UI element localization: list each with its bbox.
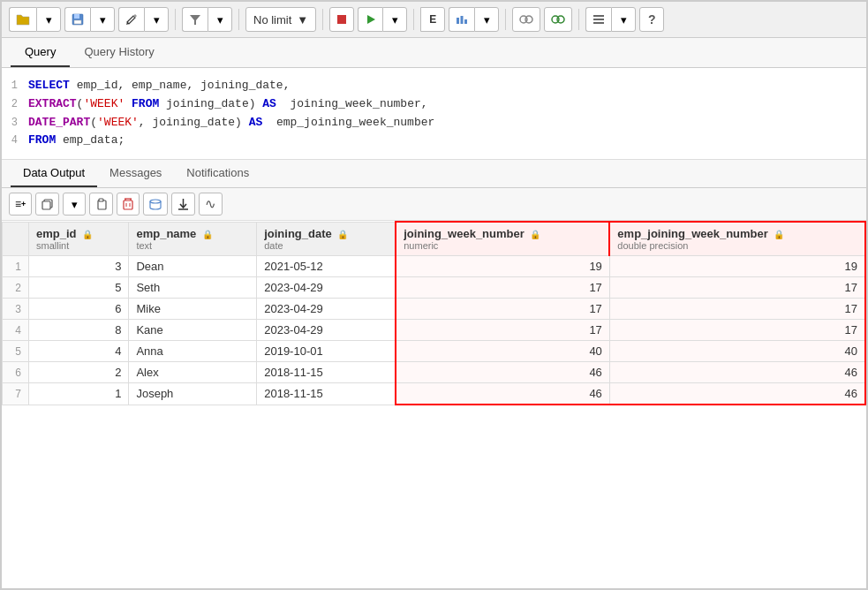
save-data-btn[interactable] — [143, 193, 168, 216]
menu-dropdown-btn[interactable]: ▾ — [611, 7, 636, 32]
cell-emp-joining-week-number: 17 — [609, 277, 865, 299]
cell-emp-joining-week-number: 17 — [609, 320, 865, 341]
edit-dropdown-btn[interactable]: ▾ — [144, 7, 169, 32]
sql-editor[interactable]: 1 SELECT emp_id, emp_name, joining_date,… — [2, 68, 866, 160]
cell-emp-name: Kane — [129, 320, 257, 341]
svg-rect-8 — [464, 19, 467, 24]
svg-point-26 — [150, 200, 161, 203]
cell-emp-joining-week-number: 40 — [609, 341, 865, 362]
delete-btn[interactable] — [117, 193, 140, 216]
cell-emp-id: 5 — [29, 277, 129, 299]
sql-line-3: 3 DATE_PART('WEEK', joining_date) AS emp… — [2, 114, 866, 132]
col-header-emp-id[interactable]: emp_id 🔒 smallint — [29, 222, 129, 256]
sql-line-2: 2 EXTRACT('WEEK' FROM joining_date) AS j… — [2, 95, 866, 114]
download-btn[interactable] — [171, 193, 195, 216]
copy-dropdown-btn[interactable]: ▾ — [63, 193, 86, 216]
table-row: 6 2 Alex 2018-11-15 46 46 — [3, 362, 866, 383]
row-num-cell: 4 — [3, 320, 29, 341]
chart-btn[interactable] — [449, 7, 474, 32]
cell-joining-date: 2018-11-15 — [257, 362, 396, 383]
explain-btn-group: E — [420, 7, 445, 32]
stop-btn[interactable] — [329, 7, 354, 32]
table-row: 7 1 Joseph 2018-11-15 46 46 — [3, 383, 866, 405]
cell-joining-week-number: 19 — [396, 256, 609, 277]
help-btn[interactable]: ? — [639, 7, 664, 32]
row-num-cell: 1 — [3, 256, 29, 277]
cell-joining-week-number: 46 — [396, 362, 609, 383]
cell-joining-week-number: 40 — [396, 341, 609, 362]
tab-query[interactable]: Query — [11, 38, 70, 67]
output-tab-bar: Data Output Messages Notifications — [2, 160, 866, 188]
svg-marker-3 — [190, 15, 200, 25]
save-btn[interactable] — [64, 7, 90, 32]
main-toolbar: ▾ ▾ ▾ ▾ No limit ▼ — [2, 2, 866, 38]
add-row-btn[interactable]: ≡+ — [9, 193, 32, 216]
line-num-3: 3 — [2, 115, 28, 132]
cell-joining-date: 2023-04-29 — [257, 277, 396, 299]
cell-emp-name: Alex — [129, 362, 257, 383]
line-num-1: 1 — [2, 78, 28, 95]
cell-emp-name: Seth — [129, 277, 257, 299]
col-header-emp-joining-week-number[interactable]: emp_joining_week_number 🔒 double precisi… — [609, 222, 865, 256]
kw-from: FROM — [28, 133, 56, 147]
data-table-wrapper: emp_id 🔒 smallint emp_name 🔒 text joinin… — [2, 221, 866, 588]
edit-btn[interactable] — [118, 7, 144, 32]
col-header-joining-date[interactable]: joining_date 🔒 date — [257, 222, 396, 256]
sql-content-3: DATE_PART('WEEK', joining_date) AS emp_j… — [28, 114, 866, 132]
col-header-emp-name[interactable]: emp_name 🔒 text — [129, 222, 257, 256]
menu-btn[interactable] — [585, 7, 611, 32]
chart-btn-group: ▾ — [449, 7, 499, 32]
cell-emp-id: 8 — [29, 320, 129, 341]
line-num-4: 4 — [2, 132, 28, 149]
filter-results-btn[interactable]: ∿ — [199, 193, 223, 216]
save-dropdown-btn[interactable]: ▾ — [90, 7, 115, 32]
filter-dropdown-btn[interactable]: ▾ — [208, 7, 232, 32]
cell-emp-name: Mike — [129, 299, 257, 320]
limit-dropdown[interactable]: No limit ▼ — [245, 7, 316, 32]
macros-btn[interactable] — [544, 7, 572, 32]
col-type-ejwn: double precision — [617, 240, 857, 251]
edit-btn-group: ▾ — [118, 7, 169, 32]
svg-marker-5 — [367, 15, 375, 24]
svg-rect-20 — [124, 200, 132, 209]
app-container: ▾ ▾ ▾ ▾ No limit ▼ — [0, 0, 868, 590]
run-dropdown-btn[interactable]: ▾ — [382, 7, 407, 32]
col-type-joining-date: date — [264, 240, 388, 251]
svg-point-12 — [557, 16, 564, 23]
filter-btn[interactable] — [182, 7, 208, 32]
sql-col-list: emp_id, emp_name, joining_date, — [77, 79, 291, 92]
tab-query-history[interactable]: Query History — [70, 38, 168, 67]
kw-extract: EXTRACT — [28, 97, 77, 110]
table-header-row: emp_id 🔒 smallint emp_name 🔒 text joinin… — [3, 222, 866, 256]
lock-icon-emp-name: 🔒 — [202, 230, 213, 239]
tab-data-output[interactable]: Data Output — [11, 160, 97, 187]
paste-btn[interactable] — [89, 193, 113, 216]
file-btn-group: ▾ — [9, 7, 61, 32]
scratch-pad-btn[interactable] — [512, 7, 540, 32]
cell-joining-week-number: 46 — [396, 383, 609, 405]
row-num-cell: 7 — [3, 383, 29, 405]
cell-emp-id: 6 — [29, 299, 129, 320]
sql-content-1: SELECT emp_id, emp_name, joining_date, — [28, 77, 866, 95]
col-header-joining-week-number[interactable]: joining_week_number 🔒 numeric — [396, 222, 609, 256]
open-file-btn[interactable] — [9, 7, 36, 32]
copy-btn[interactable] — [35, 193, 59, 216]
cell-joining-date: 2021-05-12 — [257, 256, 396, 277]
lock-icon-jwn: 🔒 — [530, 230, 540, 239]
row-num-cell: 6 — [3, 362, 29, 383]
lock-icon-joining-date: 🔒 — [337, 230, 348, 239]
chart-dropdown-btn[interactable]: ▾ — [474, 7, 499, 32]
tab-notifications[interactable]: Notifications — [174, 160, 261, 187]
col-header-rownum — [3, 222, 29, 256]
open-dropdown-btn[interactable]: ▾ — [36, 7, 61, 32]
separator-1 — [175, 9, 176, 30]
cell-emp-id: 4 — [29, 341, 129, 362]
tab-messages[interactable]: Messages — [97, 160, 174, 187]
cell-joining-week-number: 17 — [396, 299, 609, 320]
run-btn[interactable] — [358, 7, 382, 32]
limit-label: No limit — [253, 13, 291, 26]
cell-emp-name: Dean — [129, 256, 257, 277]
explain-btn[interactable]: E — [420, 7, 445, 32]
limit-arrow: ▼ — [297, 13, 308, 26]
kw-datepart: DATE_PART — [28, 116, 90, 129]
